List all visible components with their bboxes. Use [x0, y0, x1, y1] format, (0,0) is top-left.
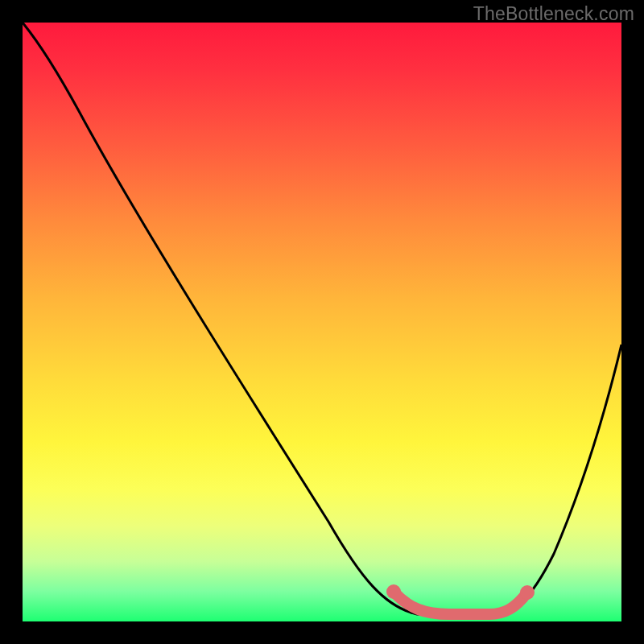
optimal-range-highlight — [23, 23, 621, 621]
chart-area — [23, 23, 621, 621]
optimal-range-path — [394, 592, 527, 614]
optimal-end-dot — [520, 585, 535, 600]
watermark-text: TheBottleneck.com — [473, 3, 634, 25]
